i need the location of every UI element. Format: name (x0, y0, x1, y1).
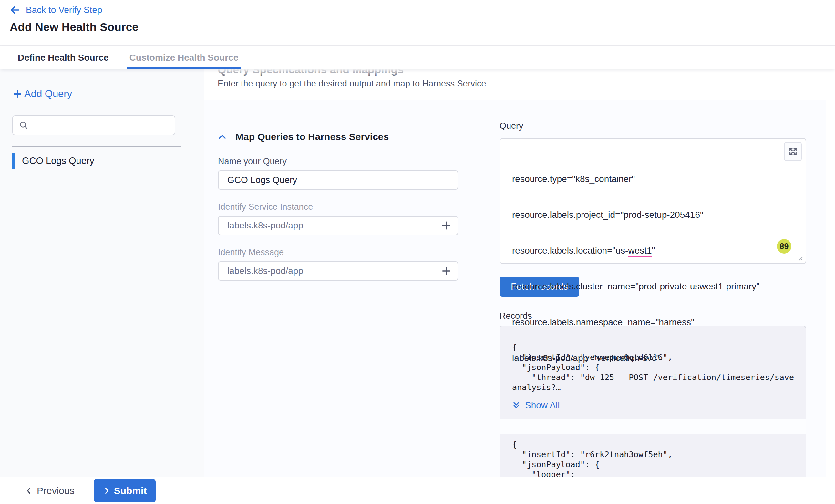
show-all-button[interactable]: Show All (512, 400, 559, 411)
wizard-footer: Previous Submit (0, 477, 835, 504)
query-mapping-panel: Map Queries to Harness Services Name you… (204, 100, 826, 477)
query-spec-subheading: Enter the query to get the desired outpu… (218, 79, 826, 89)
selected-query-indicator-bar (12, 153, 15, 169)
show-all-label: Show All (525, 400, 559, 411)
submit-button[interactable]: Submit (94, 479, 156, 502)
service-instance-add-button[interactable] (441, 220, 452, 231)
service-instance-input[interactable] (227, 220, 441, 231)
tab-bar: Define Health Source Customize Health So… (0, 46, 835, 69)
map-queries-section-title: Map Queries to Harness Services (236, 131, 389, 142)
maximize-arrows-icon (788, 147, 798, 156)
query-records-column: Query resource.type= (500, 121, 806, 477)
add-query-label: Add Query (24, 88, 72, 100)
sidebar-item-gco-logs-query[interactable]: GCO Logs Query (12, 153, 181, 169)
query-item-label: GCO Logs Query (15, 153, 94, 169)
service-instance-field (218, 216, 458, 235)
content-area: Add Query GCO Logs Query Query Specifica… (0, 69, 835, 477)
query-text: resource.type="k8s_container" resource.l… (512, 149, 767, 388)
query-name-input[interactable] (218, 170, 458, 190)
name-query-label: Name your Query (218, 156, 482, 167)
query-search-box (12, 115, 175, 135)
previous-button[interactable]: Previous (25, 485, 75, 496)
identify-message-input[interactable] (227, 266, 441, 276)
sidebar-divider (12, 146, 181, 147)
spellcheck-underlined-word: west1 (628, 246, 652, 257)
chevron-right-icon (103, 487, 111, 495)
resize-handle[interactable] (797, 255, 803, 261)
add-query-button[interactable]: Add Query (12, 88, 72, 100)
query-spec-heading: Query Specifications and Mappings (218, 69, 826, 76)
page-header: Back to Verify Step Add New Health Sourc… (0, 0, 835, 46)
previous-label: Previous (37, 485, 75, 496)
arrow-left-icon (10, 4, 21, 16)
identify-service-instance-label: Identify Service Instance (218, 202, 482, 212)
record-item: { "insertId": "r6rk2tnah3owf5eh", "jsonP… (500, 434, 806, 477)
main-panel: Query Specifications and Mappings Enter … (204, 69, 835, 477)
tab-customize-health-source[interactable]: Customize Health Source (127, 46, 241, 69)
chevron-left-icon (25, 487, 33, 495)
expand-query-button[interactable] (784, 142, 802, 161)
plus-icon (441, 220, 452, 231)
plus-icon (441, 266, 452, 276)
query-search-input[interactable] (32, 120, 169, 130)
plus-icon (12, 89, 23, 99)
query-char-count-badge: 89 (777, 239, 791, 254)
query-sidebar: Add Query GCO Logs Query (0, 69, 204, 477)
back-to-verify-step-link[interactable]: Back to Verify Step (10, 4, 102, 16)
query-editor[interactable]: resource.type="k8s_container" resource.l… (500, 138, 806, 264)
query-label: Query (500, 121, 806, 131)
back-link-label: Back to Verify Step (26, 5, 102, 15)
double-chevron-down-icon (512, 401, 521, 410)
identify-message-label: Identify Message (218, 248, 482, 257)
identify-message-field (218, 261, 458, 281)
map-queries-form: Map Queries to Harness Services Name you… (218, 121, 482, 477)
query-spec-header: Query Specifications and Mappings Enter … (204, 69, 826, 100)
map-queries-section-toggle[interactable]: Map Queries to Harness Services (218, 131, 482, 142)
search-icon (19, 120, 28, 130)
identify-message-add-button[interactable] (441, 266, 452, 276)
chevron-up-icon (218, 133, 227, 141)
tab-define-health-source[interactable]: Define Health Source (15, 46, 111, 69)
submit-label: Submit (114, 485, 147, 496)
page-title: Add New Health Source (10, 21, 835, 34)
